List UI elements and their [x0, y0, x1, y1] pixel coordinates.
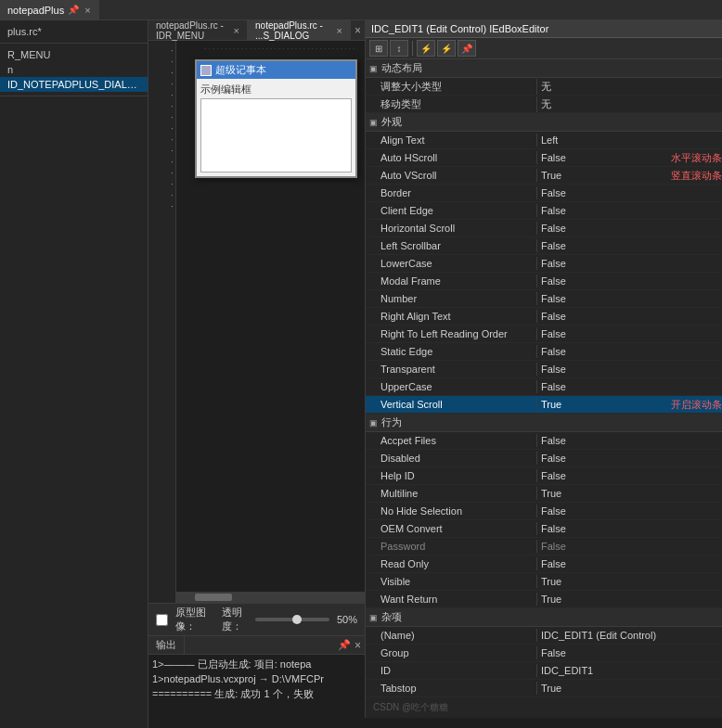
opacity-slider[interactable]	[255, 618, 329, 621]
prop-row-auto-hscroll[interactable]: Auto HScroll False 水平滚动条	[366, 149, 722, 167]
prop-row-align-text[interactable]: Align Text Left	[366, 132, 722, 149]
horizontal-scrollbar[interactable]	[176, 592, 365, 603]
prop-row-oem-convert[interactable]: OEM Convert False	[366, 520, 722, 538]
prop-row-right-to-left[interactable]: Right To Left Reading Order False	[366, 326, 722, 343]
prop-row-disabled[interactable]: Disabled False	[366, 450, 722, 467]
prop-value-right-to-left: False	[537, 327, 722, 340]
prototype-opacity-label: 透明度：	[222, 606, 248, 633]
section-header-misc[interactable]: ▣ 杂项	[366, 608, 722, 627]
prop-row-no-hide-selection[interactable]: No Hide Selection False	[366, 503, 722, 520]
prop-row-auto-vscroll[interactable]: Auto VScroll True 竖直滚动条	[366, 167, 722, 185]
sidebar-item-dialog[interactable]: ID_NOTEPADPLUS_DIALOG	[0, 77, 148, 92]
prop-name-number: Number	[366, 292, 537, 305]
prop-name-transparent: Transparent	[366, 363, 537, 376]
prop-row-client-edge[interactable]: Client Edge False	[366, 202, 722, 220]
prop-row-resize-type[interactable]: 调整大小类型 无	[366, 78, 722, 96]
prop-row-right-align-text[interactable]: Right Align Text False	[366, 308, 722, 326]
tab-idr-menu-close[interactable]: ×	[234, 25, 239, 36]
prop-name-client-edge: Client Edge	[366, 204, 537, 217]
section-header-behavior[interactable]: ▣ 行为	[366, 414, 722, 432]
section-header-dynamic-layout[interactable]: ▣ 动态布局	[366, 59, 722, 78]
expand-icon-3: ▣	[369, 418, 378, 428]
prop-row-lowercase[interactable]: LowerCase False	[366, 255, 722, 273]
prop-name-auto-vscroll: Auto VScroll	[366, 169, 537, 182]
annotation-vertical-scroll: 开启滚动条	[671, 398, 722, 412]
left-sidebar: plus.rc* R_MENU n ID_NOTEPADPLUS_DIALOG	[0, 20, 148, 728]
prop-row-modal-frame[interactable]: Modal Frame False	[366, 273, 722, 290]
bottom-tabs: 输出 📌 ×	[148, 636, 365, 655]
prop-row-vertical-scroll[interactable]: Vertical Scroll True 开启滚动条	[366, 396, 722, 414]
prop-value-horizontal-scroll: False	[537, 222, 722, 235]
output-pin-icon[interactable]: 📌	[338, 639, 351, 651]
sidebar-item-menu[interactable]: R_MENU	[0, 47, 148, 62]
output-close-icon[interactable]: ×	[355, 639, 361, 652]
properties-panel-wrapper: IDC_EDIT1 (Edit Control) IEdBoxEditor ⊞ …	[365, 20, 722, 728]
prop-row-id[interactable]: ID IDC_EDIT1	[366, 662, 722, 680]
prop-row-uppercase[interactable]: UpperCase False	[366, 378, 722, 396]
prop-value-visible: True	[537, 575, 722, 588]
tab-notepadplus[interactable]: notepadPlus 📌 ×	[0, 0, 99, 19]
prop-row-multiline[interactable]: Multiline True	[366, 485, 722, 503]
props-btn-pin[interactable]: 📌	[458, 40, 476, 57]
section-header-appearance[interactable]: ▣ 外观	[366, 113, 722, 132]
opacity-value: 50%	[337, 614, 357, 625]
tab-idr-menu[interactable]: notepadPlus.rc - IDR_MENU ×	[148, 20, 248, 40]
prop-value-no-hide-selection: False	[537, 504, 722, 517]
tab-s-dialog[interactable]: notepadPlus.rc - ...S_DIALOG ×	[248, 20, 351, 40]
props-btn-lightning[interactable]: ⚡	[437, 40, 456, 57]
tab-notepadplus-label: notepadPlus	[7, 5, 64, 16]
prop-row-move-type[interactable]: 移动类型 无	[366, 96, 722, 113]
properties-panel: IDC_EDIT1 (Edit Control) IEdBoxEditor ⊞ …	[365, 20, 722, 718]
watermark: CSDN @吃个糖糖	[366, 697, 722, 718]
annotation-auto-hscroll: 水平滚动条	[671, 151, 722, 165]
prop-row-transparent[interactable]: Transparent False	[366, 361, 722, 378]
prop-value-align-text: Left	[537, 134, 722, 147]
pin-icon: 📌	[68, 5, 79, 15]
prop-name-right-to-left: Right To Left Reading Order	[366, 327, 537, 340]
sidebar-section-files: plus.rc*	[0, 20, 148, 44]
prop-name-lowercase: LowerCase	[366, 257, 537, 270]
opacity-thumb[interactable]	[292, 615, 302, 624]
prop-name-id: ID	[366, 664, 537, 677]
sidebar-item-rc[interactable]: plus.rc*	[0, 24, 148, 39]
scrollbar-thumb[interactable]	[195, 594, 232, 601]
tab-bar-close[interactable]: ×	[355, 24, 361, 37]
center-area: notepadPlus.rc - IDR_MENU × notepadPlus.…	[148, 20, 365, 728]
dialog-body: 示例编辑框	[197, 79, 355, 176]
prop-name-password: Password	[366, 540, 537, 553]
prop-row-tabstop[interactable]: Tabstop True	[366, 680, 722, 697]
prototype-checkbox[interactable]	[156, 614, 168, 626]
title-bar: notepadPlus 📌 ×	[0, 0, 722, 20]
prop-row-accept-files[interactable]: Accpet Files False	[366, 432, 722, 450]
props-btn-filter[interactable]: ⚡	[417, 40, 435, 57]
prop-row-number[interactable]: Number False	[366, 290, 722, 308]
prop-row-static-edge[interactable]: Static Edge False	[366, 343, 722, 361]
tab-s-dialog-close[interactable]: ×	[337, 25, 342, 36]
props-btn-grid[interactable]: ⊞	[369, 40, 388, 57]
prop-row-visible[interactable]: Visible True	[366, 573, 722, 591]
sidebar-item-n[interactable]: n	[0, 62, 148, 77]
prop-value-lowercase: False	[537, 257, 722, 270]
expand-icon-2: ▣	[369, 118, 378, 127]
prop-row-group[interactable]: Group False	[366, 645, 722, 662]
prop-value-auto-hscroll: False	[537, 151, 667, 164]
tab-close-x[interactable]: ×	[84, 5, 90, 16]
prop-row-border[interactable]: Border False	[366, 185, 722, 202]
prop-name-auto-hscroll: Auto HScroll	[366, 151, 537, 164]
prop-row-want-return[interactable]: Want Return True	[366, 591, 722, 608]
prop-row-horizontal-scroll[interactable]: Horizontal Scroll False	[366, 220, 722, 237]
prop-name-disabled: Disabled	[366, 452, 537, 465]
prop-row-name[interactable]: (Name) IDC_EDIT1 (Edit Control)	[366, 627, 722, 645]
prop-row-password[interactable]: Password False	[366, 538, 722, 556]
prop-row-read-only[interactable]: Read Only False	[366, 556, 722, 573]
tab-output[interactable]: 输出	[148, 636, 185, 654]
main-layout: plus.rc* R_MENU n ID_NOTEPADPLUS_DIALOG …	[0, 20, 722, 728]
prop-row-help-id[interactable]: Help ID False	[366, 467, 722, 485]
prop-name-vertical-scroll: Vertical Scroll	[366, 398, 537, 411]
dialog-titlebar: 超级记事本	[197, 61, 355, 79]
props-separator-1	[412, 41, 413, 56]
line-numbers: ····· ····· ·····	[148, 41, 176, 603]
prop-row-left-scrollbar[interactable]: Left Scrollbar False	[366, 237, 722, 255]
props-btn-sort[interactable]: ↕	[390, 40, 408, 57]
dialog-edit-box[interactable]	[200, 98, 352, 172]
